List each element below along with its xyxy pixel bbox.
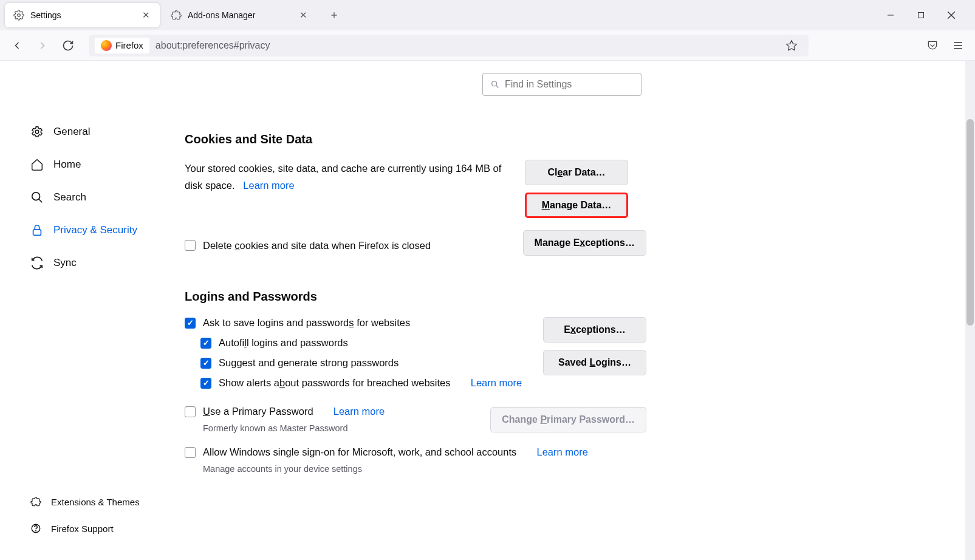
section-desc: Your stored cookies, site data, and cach… xyxy=(185,160,513,194)
sidebar-item-sync[interactable]: Sync xyxy=(30,247,160,279)
sidebar-item-label: Search xyxy=(53,191,86,203)
windows-sso-checkbox[interactable] xyxy=(185,447,196,458)
svg-line-13 xyxy=(39,199,43,203)
reload-button[interactable] xyxy=(57,35,79,56)
learn-more-link[interactable]: Learn more xyxy=(334,406,385,417)
settings-sidebar: General Home Search Privacy & Security S… xyxy=(0,61,160,560)
delete-on-close-checkbox[interactable] xyxy=(185,240,196,251)
autofill-checkbox[interactable] xyxy=(200,338,211,349)
close-icon[interactable]: ✕ xyxy=(140,10,151,21)
search-settings-input[interactable] xyxy=(482,73,641,96)
sidebar-item-label: Privacy & Security xyxy=(53,224,137,236)
checkbox-label: Delete cookies and site data when Firefo… xyxy=(203,240,431,251)
pocket-icon[interactable] xyxy=(922,35,943,56)
manage-exceptions-button[interactable]: Manage Exceptions… xyxy=(523,230,646,256)
svg-point-11 xyxy=(35,130,39,134)
search-icon xyxy=(490,80,500,89)
close-window-button[interactable] xyxy=(945,9,958,22)
url-text: about:preferences#privacy xyxy=(156,40,270,51)
manage-data-button[interactable]: Manage Data… xyxy=(525,193,628,218)
sidebar-item-search[interactable]: Search xyxy=(30,181,160,214)
checkbox-label: Use a Primary Password xyxy=(203,406,313,417)
sidebar-item-label: Home xyxy=(53,159,81,171)
url-bar[interactable]: Firefox about:preferences#privacy xyxy=(89,35,809,56)
sync-icon xyxy=(30,256,44,270)
site-identity[interactable]: Firefox xyxy=(95,38,149,53)
sidebar-item-support[interactable]: Firefox Support xyxy=(30,515,160,542)
svg-point-12 xyxy=(32,193,40,200)
forward-button[interactable] xyxy=(32,35,53,56)
puzzle-icon xyxy=(30,496,41,507)
learn-more-link[interactable]: Learn more xyxy=(243,180,294,191)
checkbox-label: Show alerts about passwords for breached… xyxy=(219,377,451,389)
search-icon xyxy=(30,191,44,204)
tab-title: Settings xyxy=(30,10,134,20)
section-heading: Logins and Passwords xyxy=(185,290,646,304)
back-button[interactable] xyxy=(6,35,28,56)
cookies-section: Cookies and Site Data Your stored cookie… xyxy=(185,132,646,256)
svg-point-16 xyxy=(36,530,36,531)
search-input-field[interactable] xyxy=(505,79,634,90)
svg-line-18 xyxy=(496,86,499,88)
sidebar-item-privacy[interactable]: Privacy & Security xyxy=(30,214,160,247)
nav-bar: Firefox about:preferences#privacy xyxy=(0,30,975,61)
checkbox-label: Suggest and generate strong passwords xyxy=(219,357,399,369)
help-icon xyxy=(30,523,41,534)
lock-icon xyxy=(30,224,44,237)
primary-password-note: Formerly known as Master Password xyxy=(203,423,478,433)
tab-title: Add-ons Manager xyxy=(188,10,292,20)
sidebar-item-label: General xyxy=(53,126,90,138)
change-primary-password-button[interactable]: Change Primary Password… xyxy=(490,407,646,432)
sso-note: Manage accounts in your device settings xyxy=(203,464,646,474)
tab-bar: Settings ✕ Add-ons Manager ✕ xyxy=(0,0,975,30)
minimize-button[interactable] xyxy=(884,9,897,22)
checkbox-label: Autofill logins and passwords xyxy=(219,337,348,349)
svg-rect-14 xyxy=(33,230,41,235)
checkbox-label: Ask to save logins and passwords for web… xyxy=(203,317,410,329)
gear-icon xyxy=(13,10,24,21)
sidebar-item-general[interactable]: General xyxy=(30,115,160,148)
learn-more-link[interactable]: Learn more xyxy=(471,377,522,389)
tab-addons[interactable]: Add-ons Manager ✕ xyxy=(162,3,317,27)
svg-point-0 xyxy=(18,14,21,17)
scrollbar-thumb[interactable] xyxy=(966,119,974,326)
tab-settings[interactable]: Settings ✕ xyxy=(5,3,160,27)
ask-save-checkbox[interactable] xyxy=(185,318,196,329)
svg-marker-7 xyxy=(787,40,797,50)
learn-more-link[interactable]: Learn more xyxy=(536,446,587,458)
puzzle-icon xyxy=(171,10,182,21)
checkbox-label: Allow Windows single sign-on for Microso… xyxy=(203,446,516,458)
logins-section: Logins and Passwords Ask to save logins … xyxy=(185,290,646,474)
maximize-button[interactable] xyxy=(914,9,928,22)
breach-alerts-checkbox[interactable] xyxy=(200,378,211,389)
svg-rect-4 xyxy=(919,13,924,18)
exceptions-button[interactable]: Exceptions… xyxy=(543,317,646,343)
sidebar-item-label: Sync xyxy=(53,257,77,269)
hamburger-menu-icon[interactable] xyxy=(947,35,969,56)
svg-point-17 xyxy=(492,81,497,86)
sidebar-item-home[interactable]: Home xyxy=(30,148,160,181)
firefox-logo-icon xyxy=(101,40,112,51)
saved-logins-button[interactable]: Saved Logins… xyxy=(543,350,646,375)
gear-icon xyxy=(30,125,44,138)
new-tab-button[interactable] xyxy=(324,5,344,25)
window-controls xyxy=(884,9,970,22)
close-icon[interactable]: ✕ xyxy=(298,10,309,21)
sidebar-item-extensions[interactable]: Extensions & Themes xyxy=(30,488,160,515)
suggest-passwords-checkbox[interactable] xyxy=(200,358,211,369)
sidebar-item-label: Extensions & Themes xyxy=(51,497,140,507)
clear-data-button[interactable]: Clear Data… xyxy=(525,160,628,185)
scrollbar[interactable] xyxy=(965,61,975,560)
home-icon xyxy=(30,158,44,171)
bookmark-star-icon[interactable] xyxy=(781,35,802,56)
settings-main: Cookies and Site Data Your stored cookie… xyxy=(160,61,975,560)
identity-label: Firefox xyxy=(115,40,143,50)
primary-password-checkbox[interactable] xyxy=(185,406,196,417)
section-heading: Cookies and Site Data xyxy=(185,132,646,146)
sidebar-item-label: Firefox Support xyxy=(51,524,114,534)
